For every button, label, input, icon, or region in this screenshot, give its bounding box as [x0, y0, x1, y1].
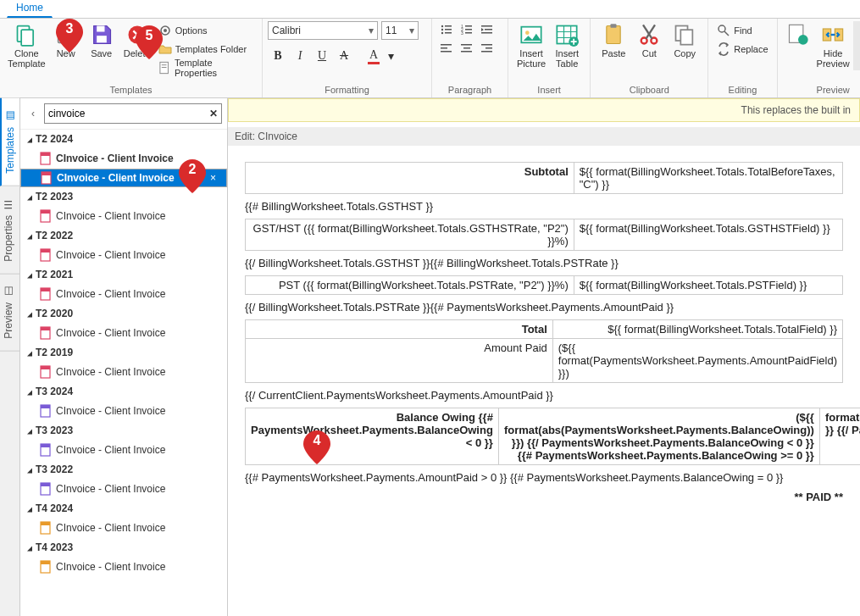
search-back-button[interactable]: ‹ — [25, 106, 41, 121]
tree-item[interactable]: CInvoice - Client Invoice — [20, 557, 227, 577]
tree-group[interactable]: ◢T2 2023 — [20, 187, 227, 206]
tree-group[interactable]: ◢T2 2024 — [20, 130, 227, 148]
tree-group[interactable]: ◢T2 2022 — [20, 226, 227, 245]
tree-group[interactable]: ◢T4 2024 — [20, 499, 227, 518]
tree-item-label: CInvoice - Client Invoice — [57, 172, 175, 184]
show-preview-button[interactable]: Sho pre — [853, 21, 860, 70]
insert-picture-button[interactable]: Insert Picture — [513, 21, 549, 70]
balance-label-cell[interactable]: Balance Owing {{# PaymentsWorksheet.Paym… — [246, 408, 499, 465]
bold-button[interactable]: B — [268, 47, 288, 65]
svg-rect-30 — [461, 44, 472, 46]
close-x-icon[interactable]: × — [210, 172, 219, 184]
replace-button[interactable]: Replace — [713, 40, 771, 58]
find-button[interactable]: Find — [713, 21, 771, 40]
group-title-preview: Preview — [783, 83, 860, 97]
svg-point-8 — [164, 29, 167, 32]
tree-group[interactable]: ◢T3 2024 — [20, 382, 227, 401]
pst-label-cell[interactable]: PST ({{ format(BillingWorksheet.Totals.P… — [246, 276, 574, 295]
tree-item[interactable]: CInvoice - Client Invoice — [20, 206, 227, 226]
new-button[interactable]: New — [48, 21, 84, 60]
tree-group[interactable]: ◢T2 2020 — [20, 304, 227, 323]
templates-tree: ◢T2 2024CInvoice - Client InvoiceCInvoic… — [20, 130, 227, 616]
tree-item[interactable]: CInvoice - Client Invoice× — [20, 169, 227, 187]
svg-rect-5 — [97, 36, 107, 42]
tree-item[interactable]: CInvoice - Client Invoice — [20, 245, 227, 265]
tree-item-label: CInvoice - Client Invoice — [56, 210, 165, 222]
tree-item[interactable]: CInvoice - Client Invoice — [20, 518, 227, 538]
tree-group[interactable]: ◢T2 2019 — [20, 343, 227, 362]
tree-item[interactable]: CInvoice - Client Invoice — [20, 401, 227, 421]
token-gsthst-open[interactable]: {{# BillingWorksheet.Totals.GSTHST }} — [245, 197, 843, 216]
balance-value-cell-2[interactable]: format(Pay }} {{/ Payn — [819, 408, 860, 465]
template-file-icon — [40, 171, 53, 185]
svg-rect-60 — [41, 249, 50, 253]
tree-group[interactable]: ◢T3 2023 — [20, 421, 227, 440]
template-editor[interactable]: Subtotal ${{ format(BillingWorksheet.Tot… — [228, 146, 860, 616]
group-title-formatting: Formatting — [268, 83, 426, 97]
tree-group[interactable]: ◢T3 2022 — [20, 460, 227, 479]
align-center-button[interactable] — [458, 40, 476, 57]
copy-button[interactable]: Copy — [667, 21, 702, 60]
vtab-preview[interactable]: Preview◫ — [0, 274, 19, 352]
ribbon-tab-home[interactable]: Home — [7, 0, 53, 18]
pst-value-cell[interactable]: ${{ format(BillingWorksheet.Totals.PSTFi… — [574, 276, 842, 295]
tree-group[interactable]: ◢T4 2023 — [20, 538, 227, 557]
align-right-button[interactable] — [478, 40, 497, 57]
paid-stamp[interactable]: ** PAID ** — [245, 487, 843, 507]
token-pst-close-amtpaid-open[interactable]: {{/ BillingWorksheet.Totals.PSTRate }}{{… — [245, 297, 843, 317]
balance-value-cell-1[interactable]: (${{ format(abs(PaymentsWorksheet.Paymen… — [498, 408, 819, 465]
token-gsthst-close-pst-open[interactable]: {{/ BillingWorksheet.Totals.GSTHST }}{{#… — [245, 253, 843, 273]
clone-template-button[interactable]: Clone Template — [5, 21, 48, 70]
token-amtpaid-close[interactable]: {{/ CurrentClient.PaymentsWorksheet.Paym… — [245, 386, 843, 405]
search-clear-button[interactable]: ✕ — [209, 108, 218, 119]
options-button[interactable]: Options — [155, 21, 257, 40]
template-properties-button[interactable]: Template Properties — [155, 58, 257, 77]
font-color-button[interactable]: A — [363, 47, 384, 65]
gst-label-cell[interactable]: GST/HST ({{ format(BillingWorksheet.Tota… — [246, 219, 574, 251]
underline-button[interactable]: U — [312, 47, 332, 65]
amtpaid-value-cell[interactable]: (${{ format(PaymentsWorksheet.Payments.A… — [552, 339, 842, 383]
italic-button[interactable]: I — [290, 47, 310, 65]
numbered-list-button[interactable]: 123 — [458, 21, 476, 38]
tree-item[interactable]: CInvoice - Client Invoice — [20, 284, 227, 304]
folder-icon — [158, 42, 172, 56]
svg-rect-64 — [41, 327, 50, 330]
tree-item[interactable]: CInvoice - Client Invoice — [20, 440, 227, 460]
insert-table-button[interactable]: Insert Table — [549, 21, 585, 70]
svg-rect-24 — [481, 25, 492, 27]
tree-item[interactable]: CInvoice - Client Invoice — [20, 479, 227, 499]
hide-preview-button[interactable]: Hide Preview — [813, 21, 853, 70]
token-paid-conditions[interactable]: {{# PaymentsWorksheet.Payments.AmountPai… — [245, 468, 843, 487]
font-family-select[interactable]: Calibri▾ — [268, 21, 378, 40]
total-label-cell[interactable]: Total — [246, 320, 553, 339]
tree-item[interactable]: CInvoice - Client Invoice — [20, 362, 227, 382]
tree-item[interactable]: CInvoice - Client Invoice — [20, 323, 227, 343]
tree-item[interactable]: CInvoice - Client Invoice — [20, 148, 227, 169]
indent-button[interactable] — [478, 21, 497, 38]
total-value-cell[interactable]: ${{ format(BillingWorksheet.Totals.Total… — [552, 320, 842, 339]
tree-twisty-icon: ◢ — [27, 426, 32, 436]
svg-text:3: 3 — [461, 31, 463, 35]
gst-value-cell[interactable]: ${{ format(BillingWorksheet.Totals.GSTHS… — [574, 219, 842, 251]
align-left-button[interactable] — [437, 40, 456, 57]
font-size-select[interactable]: 11▾ — [381, 21, 419, 40]
paste-button[interactable]: Paste — [596, 21, 631, 60]
templates-folder-button[interactable]: Templates Folder — [155, 40, 257, 58]
template-file-icon — [39, 560, 53, 574]
strikethrough-button[interactable]: A — [334, 47, 354, 65]
bullet-list-button[interactable] — [437, 21, 456, 38]
amtpaid-label-cell[interactable]: Amount Paid — [246, 339, 553, 383]
vtab-properties[interactable]: Properties☰ — [0, 186, 19, 275]
delete-button[interactable]: Delete — [119, 21, 155, 60]
subtotal-label-cell[interactable]: Subtotal — [246, 163, 574, 194]
font-color-dropdown[interactable]: ▾ — [386, 47, 396, 65]
hide-preview-icon — [821, 23, 845, 47]
tree-item-label: CInvoice - Client Invoice — [56, 561, 165, 573]
tree-group[interactable]: ◢T2 2021 — [20, 265, 227, 284]
search-input[interactable] — [48, 108, 209, 119]
cut-button[interactable]: Cut — [631, 21, 667, 60]
save-button[interactable]: Save — [84, 21, 119, 60]
subtotal-value-cell[interactable]: ${{ format(BillingWorksheet.Totals.Total… — [574, 163, 842, 194]
preview-form-button[interactable] — [783, 21, 813, 50]
vtab-templates[interactable]: Templates▤ — [0, 98, 19, 186]
